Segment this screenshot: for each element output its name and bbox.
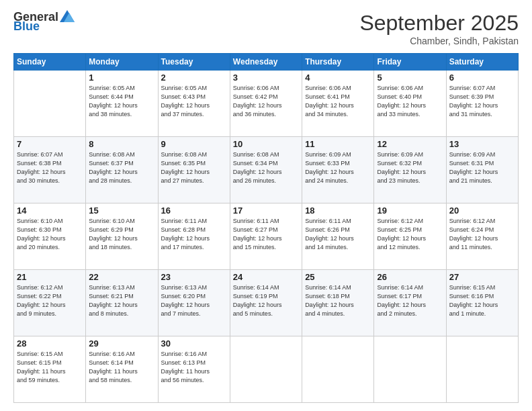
day-info: Sunrise: 6:10 AM Sunset: 6:29 PM Dayligh… xyxy=(89,217,154,252)
day-number: 20 xyxy=(449,205,515,216)
calendar-cell: 8Sunrise: 6:08 AM Sunset: 6:37 PM Daylig… xyxy=(86,137,158,203)
calendar-cell: 4Sunrise: 6:06 AM Sunset: 6:41 PM Daylig… xyxy=(302,71,374,137)
calendar-week-row: 21Sunrise: 6:12 AM Sunset: 6:22 PM Dayli… xyxy=(14,270,519,336)
day-number: 1 xyxy=(89,73,154,83)
day-info: Sunrise: 6:13 AM Sunset: 6:21 PM Dayligh… xyxy=(89,283,154,318)
calendar-cell: 23Sunrise: 6:13 AM Sunset: 6:20 PM Dayli… xyxy=(158,270,230,336)
calendar-week-row: 28Sunrise: 6:15 AM Sunset: 6:15 PM Dayli… xyxy=(14,336,519,403)
day-number: 9 xyxy=(161,139,227,149)
day-number: 10 xyxy=(233,139,299,149)
day-info: Sunrise: 6:09 AM Sunset: 6:31 PM Dayligh… xyxy=(449,150,515,185)
day-info: Sunrise: 6:11 AM Sunset: 6:28 PM Dayligh… xyxy=(161,217,227,252)
calendar-cell: 7Sunrise: 6:07 AM Sunset: 6:38 PM Daylig… xyxy=(14,137,86,203)
calendar-cell: 21Sunrise: 6:12 AM Sunset: 6:22 PM Dayli… xyxy=(14,270,86,336)
day-info: Sunrise: 6:12 AM Sunset: 6:22 PM Dayligh… xyxy=(17,283,83,318)
day-info: Sunrise: 6:06 AM Sunset: 6:40 PM Dayligh… xyxy=(377,84,443,119)
day-info: Sunrise: 6:10 AM Sunset: 6:30 PM Dayligh… xyxy=(17,217,83,252)
calendar-cell: 26Sunrise: 6:14 AM Sunset: 6:17 PM Dayli… xyxy=(374,270,446,336)
day-number: 16 xyxy=(161,205,227,216)
page: General Blue September 2025 Chamber, Sin… xyxy=(0,0,532,411)
calendar-weekday-friday: Friday xyxy=(374,54,446,71)
calendar-cell xyxy=(302,336,374,403)
calendar-cell: 6Sunrise: 6:07 AM Sunset: 6:39 PM Daylig… xyxy=(446,71,518,137)
calendar-cell: 16Sunrise: 6:11 AM Sunset: 6:28 PM Dayli… xyxy=(158,203,230,270)
day-info: Sunrise: 6:06 AM Sunset: 6:41 PM Dayligh… xyxy=(305,84,371,119)
day-number: 27 xyxy=(449,272,515,282)
day-info: Sunrise: 6:11 AM Sunset: 6:27 PM Dayligh… xyxy=(233,217,299,252)
calendar-weekday-monday: Monday xyxy=(86,54,158,71)
calendar-weekday-thursday: Thursday xyxy=(302,54,374,71)
calendar-cell: 13Sunrise: 6:09 AM Sunset: 6:31 PM Dayli… xyxy=(446,137,518,203)
day-info: Sunrise: 6:07 AM Sunset: 6:38 PM Dayligh… xyxy=(17,150,83,185)
calendar-cell: 25Sunrise: 6:14 AM Sunset: 6:18 PM Dayli… xyxy=(302,270,374,336)
day-number: 12 xyxy=(377,139,443,149)
calendar-cell: 24Sunrise: 6:14 AM Sunset: 6:19 PM Dayli… xyxy=(230,270,302,336)
day-number: 26 xyxy=(377,272,443,282)
month-year: September 2025 xyxy=(359,11,519,36)
day-number: 15 xyxy=(89,205,154,216)
day-number: 18 xyxy=(305,205,371,216)
calendar-cell: 17Sunrise: 6:11 AM Sunset: 6:27 PM Dayli… xyxy=(230,203,302,270)
calendar-cell: 28Sunrise: 6:15 AM Sunset: 6:15 PM Dayli… xyxy=(14,336,86,403)
day-info: Sunrise: 6:07 AM Sunset: 6:39 PM Dayligh… xyxy=(449,84,515,119)
day-number: 8 xyxy=(89,139,154,149)
calendar-weekday-saturday: Saturday xyxy=(446,54,518,71)
day-number: 19 xyxy=(377,205,443,216)
day-number: 24 xyxy=(233,272,299,282)
day-number: 29 xyxy=(89,338,154,349)
calendar-cell xyxy=(14,71,86,137)
day-info: Sunrise: 6:15 AM Sunset: 6:15 PM Dayligh… xyxy=(17,350,83,385)
calendar-header-row: SundayMondayTuesdayWednesdayThursdayFrid… xyxy=(14,54,519,71)
calendar-cell: 11Sunrise: 6:09 AM Sunset: 6:33 PM Dayli… xyxy=(302,137,374,203)
calendar-week-row: 14Sunrise: 6:10 AM Sunset: 6:30 PM Dayli… xyxy=(14,203,519,270)
logo: General Blue xyxy=(13,11,75,32)
day-info: Sunrise: 6:13 AM Sunset: 6:20 PM Dayligh… xyxy=(161,283,227,318)
calendar-week-row: 7Sunrise: 6:07 AM Sunset: 6:38 PM Daylig… xyxy=(14,137,519,203)
calendar-cell xyxy=(374,336,446,403)
day-info: Sunrise: 6:08 AM Sunset: 6:34 PM Dayligh… xyxy=(233,150,299,185)
calendar-cell: 10Sunrise: 6:08 AM Sunset: 6:34 PM Dayli… xyxy=(230,137,302,203)
day-number: 6 xyxy=(449,73,515,83)
day-number: 3 xyxy=(233,73,299,83)
title-block: September 2025 Chamber, Sindh, Pakistan xyxy=(359,11,519,46)
day-number: 25 xyxy=(305,272,371,282)
day-info: Sunrise: 6:06 AM Sunset: 6:42 PM Dayligh… xyxy=(233,84,299,119)
day-info: Sunrise: 6:16 AM Sunset: 6:14 PM Dayligh… xyxy=(89,350,154,385)
calendar-cell: 2Sunrise: 6:05 AM Sunset: 6:43 PM Daylig… xyxy=(158,71,230,137)
day-number: 7 xyxy=(17,139,83,149)
calendar-weekday-wednesday: Wednesday xyxy=(230,54,302,71)
calendar-cell: 18Sunrise: 6:11 AM Sunset: 6:26 PM Dayli… xyxy=(302,203,374,270)
day-number: 4 xyxy=(305,73,371,83)
calendar-cell xyxy=(446,336,518,403)
calendar-cell: 14Sunrise: 6:10 AM Sunset: 6:30 PM Dayli… xyxy=(14,203,86,270)
day-info: Sunrise: 6:05 AM Sunset: 6:44 PM Dayligh… xyxy=(89,84,154,119)
calendar-weekday-tuesday: Tuesday xyxy=(158,54,230,71)
day-number: 2 xyxy=(161,73,227,83)
logo-blue: Blue xyxy=(13,20,40,32)
calendar-weekday-sunday: Sunday xyxy=(14,54,86,71)
calendar-week-row: 1Sunrise: 6:05 AM Sunset: 6:44 PM Daylig… xyxy=(14,71,519,137)
day-info: Sunrise: 6:14 AM Sunset: 6:18 PM Dayligh… xyxy=(305,283,371,318)
day-number: 21 xyxy=(17,272,83,282)
calendar-cell: 1Sunrise: 6:05 AM Sunset: 6:44 PM Daylig… xyxy=(86,71,158,137)
calendar-cell: 12Sunrise: 6:09 AM Sunset: 6:32 PM Dayli… xyxy=(374,137,446,203)
day-number: 17 xyxy=(233,205,299,216)
day-info: Sunrise: 6:09 AM Sunset: 6:33 PM Dayligh… xyxy=(305,150,371,185)
day-info: Sunrise: 6:14 AM Sunset: 6:19 PM Dayligh… xyxy=(233,283,299,318)
day-number: 28 xyxy=(17,338,83,349)
logo-icon xyxy=(60,10,75,22)
day-info: Sunrise: 6:15 AM Sunset: 6:16 PM Dayligh… xyxy=(449,283,515,318)
day-info: Sunrise: 6:09 AM Sunset: 6:32 PM Dayligh… xyxy=(377,150,443,185)
day-info: Sunrise: 6:16 AM Sunset: 6:13 PM Dayligh… xyxy=(161,350,227,385)
day-number: 5 xyxy=(377,73,443,83)
calendar-cell: 5Sunrise: 6:06 AM Sunset: 6:40 PM Daylig… xyxy=(374,71,446,137)
day-info: Sunrise: 6:12 AM Sunset: 6:25 PM Dayligh… xyxy=(377,217,443,252)
day-info: Sunrise: 6:14 AM Sunset: 6:17 PM Dayligh… xyxy=(377,283,443,318)
calendar-table: SundayMondayTuesdayWednesdayThursdayFrid… xyxy=(13,53,519,403)
location: Chamber, Sindh, Pakistan xyxy=(359,36,519,46)
calendar-cell: 20Sunrise: 6:12 AM Sunset: 6:24 PM Dayli… xyxy=(446,203,518,270)
day-info: Sunrise: 6:08 AM Sunset: 6:37 PM Dayligh… xyxy=(89,150,154,185)
day-number: 11 xyxy=(305,139,371,149)
calendar-cell: 27Sunrise: 6:15 AM Sunset: 6:16 PM Dayli… xyxy=(446,270,518,336)
calendar-cell: 29Sunrise: 6:16 AM Sunset: 6:14 PM Dayli… xyxy=(86,336,158,403)
